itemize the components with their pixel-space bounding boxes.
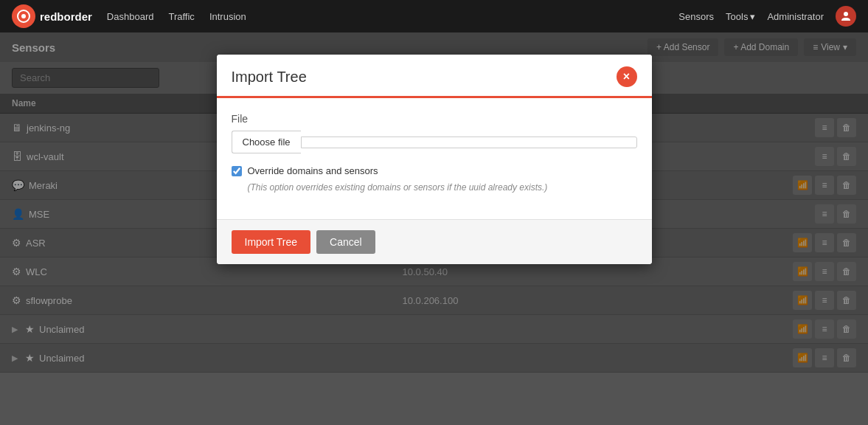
- checkbox-row: Override domains and sensors: [232, 165, 637, 176]
- brand: redborder: [12, 4, 92, 28]
- nav-right: Sensors Tools ▾ Administrator: [678, 6, 856, 27]
- import-tree-modal: Import Tree × File Choose file Override …: [217, 55, 652, 264]
- modal-header: Import Tree ×: [217, 55, 652, 98]
- nav-intrusion[interactable]: Intrusion: [209, 11, 246, 22]
- file-label: File: [232, 113, 637, 125]
- brand-icon: [12, 4, 35, 28]
- override-label: Override domains and sensors: [248, 165, 378, 176]
- choose-file-button[interactable]: Choose file: [232, 131, 301, 153]
- import-tree-button[interactable]: Import Tree: [232, 230, 311, 254]
- modal-close-button[interactable]: ×: [617, 66, 637, 87]
- nav-traffic[interactable]: Traffic: [168, 11, 194, 22]
- modal-body: File Choose file Override domains and se…: [217, 98, 652, 219]
- nav-tools[interactable]: Tools ▾: [726, 11, 755, 22]
- modal-title: Import Tree: [232, 69, 307, 86]
- main-content: Sensors + Add Sensor + Add Domain ≡ View…: [0, 32, 868, 425]
- nav-administrator[interactable]: Administrator: [767, 11, 824, 22]
- override-checkbox[interactable]: [232, 166, 242, 176]
- svg-point-1: [21, 14, 26, 18]
- hint-text: (This option overrides existing domains …: [248, 182, 637, 193]
- nav-dashboard[interactable]: Dashboard: [107, 11, 154, 22]
- cancel-button[interactable]: Cancel: [316, 230, 375, 254]
- brand-text: redborder: [40, 10, 92, 23]
- file-form-group: File Choose file: [232, 113, 637, 153]
- navbar: redborder Dashboard Traffic Intrusion Se…: [0, 0, 868, 32]
- nav-sensors[interactable]: Sensors: [678, 11, 714, 22]
- admin-avatar: [836, 6, 856, 27]
- file-input-row: Choose file: [232, 131, 637, 153]
- svg-point-2: [844, 12, 848, 16]
- file-name-display: [301, 137, 637, 148]
- override-form-group: Override domains and sensors (This optio…: [232, 165, 637, 193]
- modal-footer: Import Tree Cancel: [217, 219, 652, 264]
